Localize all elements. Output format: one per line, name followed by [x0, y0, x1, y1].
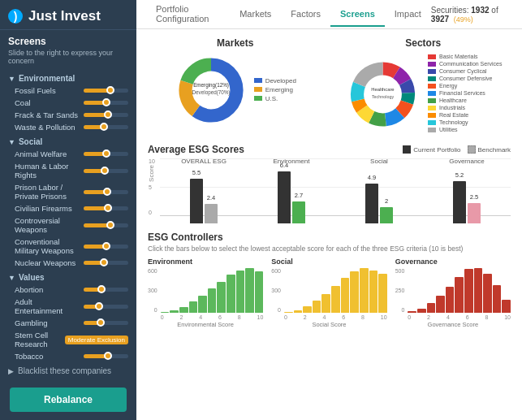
sectors-chart-title: Sectors: [336, 37, 511, 49]
screen-stem-cell: Stem Cell Research Moderate Exclusion: [0, 329, 136, 350]
screen-civilian-firearms: Civilian Firearms: [0, 202, 136, 214]
screen-human-labor: Human & Labor Rights: [0, 160, 136, 181]
svg-text:Technology: Technology: [372, 93, 395, 98]
top-nav: Portfolio Configuration Markets Factors …: [136, 0, 522, 29]
screen-waste: Waste & Pollution: [0, 121, 136, 133]
markets-chart-title: Markets: [148, 37, 323, 49]
svg-text:Emerging(12%): Emerging(12%): [193, 82, 229, 89]
screen-nuclear: Nuclear Weapons: [0, 257, 136, 269]
markets-sectors-row: Markets Emerging(12%) Developed(70%) Dev…: [148, 37, 511, 134]
category-label: Environmental: [19, 74, 75, 83]
securities-total: 3927: [431, 15, 449, 24]
securities-info: Securities: 1932 of 3927 (49%): [431, 6, 512, 24]
screen-tobacco: Tobacco: [0, 350, 136, 362]
category-environmental[interactable]: ▼ Environmental: [0, 70, 136, 84]
screen-controversial-weapons: Controversial Weapons: [0, 214, 136, 236]
screen-gambling: Gambling: [0, 317, 136, 329]
tab-markets[interactable]: Markets: [230, 2, 281, 27]
controller-gov-label: Governance: [395, 258, 511, 266]
screen-prison-labor: Prison Labor / Private Prisons: [0, 181, 136, 202]
securities-pct: (49%): [454, 15, 473, 24]
markets-legend: Developed Emerging U.S.: [254, 77, 296, 104]
screen-conventional-military: Conventional Military Weapons: [0, 236, 136, 257]
social-axis-label: Social Score: [271, 321, 386, 328]
category-social[interactable]: ▼ Social: [0, 133, 136, 148]
social-histogram-bars[interactable]: [284, 268, 387, 313]
sectors-pie-container: Healthcare Technology Basic Materials Co…: [336, 54, 511, 134]
markets-pie-chart: Emerging(12%) Developed(70%): [175, 54, 248, 127]
svg-text:Developed(70%): Developed(70%): [192, 89, 230, 96]
controllers-title: ESG Controllers: [148, 232, 511, 243]
screen-coal: Coal: [0, 97, 136, 109]
moderate-exclusion-badge: Moderate Exclusion: [65, 336, 128, 344]
sidebar-scroll: ▼ Environmental Fossil Fuels Coal Frack …: [0, 70, 136, 381]
screens-label: Screens: [0, 30, 136, 49]
screens-sub: Slide to the right to express your conce…: [0, 49, 136, 70]
tab-impact[interactable]: Impact: [385, 2, 431, 27]
controller-environment: Environment 6003000: [148, 258, 263, 328]
controller-social: Social 6003000: [271, 258, 386, 328]
env-axis-label: Environmental Score: [148, 321, 263, 328]
app-title: Just Invest: [28, 8, 101, 24]
category-label: Social: [19, 137, 42, 146]
esg-legend: Current Portfolio Benchmark: [403, 145, 511, 154]
sidebar-header: ) Just Invest: [0, 0, 136, 30]
tab-factors[interactable]: Factors: [281, 2, 330, 27]
controller-governance: Governance 5002500: [395, 258, 511, 328]
tab-portfolio-configuration[interactable]: Portfolio Configuration: [146, 0, 230, 32]
content-area: Markets Emerging(12%) Developed(70%) Dev…: [136, 29, 522, 420]
chevron-icon: ▼: [8, 274, 15, 282]
controller-env-label: Environment: [148, 258, 263, 266]
app-logo: ): [8, 9, 23, 24]
gov-histogram-bars[interactable]: [408, 268, 511, 313]
controllers-subtitle: Click the bars below to select the lowes…: [148, 245, 511, 253]
svg-text:Healthcare: Healthcare: [371, 87, 394, 92]
tab-screens[interactable]: Screens: [330, 2, 385, 27]
esg-title: Average ESG Scores: [148, 144, 244, 155]
chevron-icon: ▼: [8, 75, 15, 83]
chevron-icon: ▼: [8, 138, 15, 146]
sectors-chart-section: Sectors Healthcare: [336, 37, 511, 134]
main-panel: Portfolio Configuration Markets Factors …: [136, 0, 522, 420]
screen-fossil-fuels: Fossil Fuels: [0, 84, 136, 97]
controller-social-label: Social: [271, 258, 386, 266]
sectors-pie-chart: Healthcare Technology: [344, 58, 421, 131]
esg-scores-section: Average ESG Scores Current Portfolio Ben…: [148, 144, 511, 223]
markets-chart-section: Markets Emerging(12%) Developed(70%) Dev…: [148, 37, 323, 134]
rebalance-button[interactable]: Rebalance: [10, 388, 127, 412]
category-values[interactable]: ▼ Values: [0, 269, 136, 284]
gov-axis-label: Governance Score: [395, 321, 511, 328]
controllers-row: Environment 6003000: [148, 258, 511, 328]
screen-abortion: Abortion: [0, 284, 136, 296]
category-label: Values: [19, 273, 45, 282]
sectors-legend: Basic Materials Communication Services C…: [428, 54, 502, 134]
screen-animal-welfare: Animal Welfare: [0, 148, 136, 160]
sidebar: ) Just Invest Screens Slide to the right…: [0, 0, 136, 420]
screen-frack: Frack & Tar Sands: [0, 109, 136, 121]
env-histogram-bars[interactable]: [161, 268, 264, 313]
whitelist-action[interactable]: ▶ Whitelist these companies: [0, 378, 136, 381]
securities-current: 1932: [471, 6, 489, 15]
controllers-section: ESG Controllers Click the bars below to …: [148, 232, 511, 328]
blacklist-action[interactable]: ▶ Blacklist these companies: [0, 362, 136, 378]
markets-pie-container: Emerging(12%) Developed(70%) Developed E…: [148, 54, 323, 127]
chevron-right-icon: ▶: [8, 367, 14, 375]
screen-adult-entertainment: Adult Entertainment: [0, 296, 136, 317]
